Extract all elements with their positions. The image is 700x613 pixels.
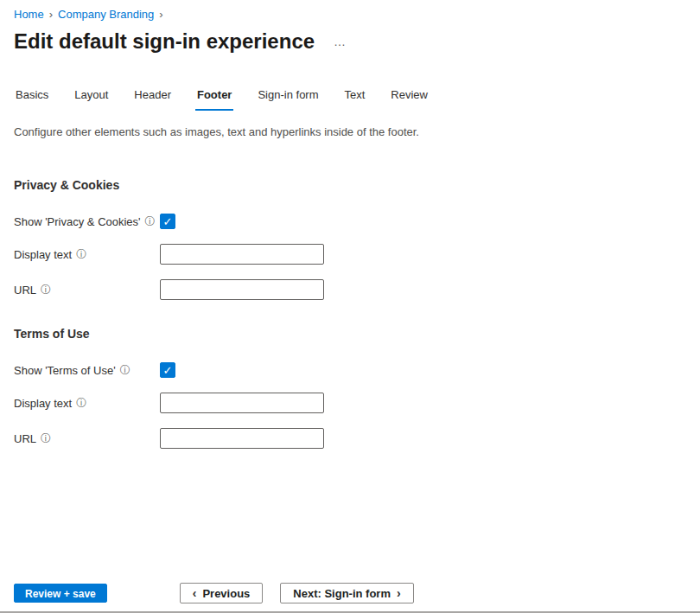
privacy-url-input[interactable] xyxy=(160,279,324,300)
tab-footer[interactable]: Footer xyxy=(195,88,233,111)
section-title-terms-of-use: Terms of Use xyxy=(14,327,686,341)
privacy-display-text-label: Display text ⓘ xyxy=(14,247,160,262)
info-icon[interactable]: ⓘ xyxy=(145,214,156,229)
title-row: Edit default sign-in experience … xyxy=(14,29,686,54)
breadcrumb-chevron-icon: › xyxy=(49,8,53,21)
label-text: Show 'Terms of Use' xyxy=(14,364,116,377)
tab-layout[interactable]: Layout xyxy=(73,88,110,111)
label-text: Display text xyxy=(14,397,72,410)
terms-url-label: URL ⓘ xyxy=(14,431,160,446)
privacy-display-text-input[interactable] xyxy=(160,244,324,265)
form-row: URL ⓘ xyxy=(14,428,686,449)
form-row: Display text ⓘ xyxy=(14,393,686,413)
previous-button[interactable]: ‹ Previous xyxy=(180,583,264,603)
label-text: Display text xyxy=(14,248,72,261)
breadcrumb-company-branding-link[interactable]: Company Branding xyxy=(58,8,154,21)
label-text: URL xyxy=(14,432,36,445)
privacy-url-label: URL ⓘ xyxy=(14,283,160,297)
info-icon[interactable]: ⓘ xyxy=(120,363,130,378)
section-title-privacy-cookies: Privacy & Cookies xyxy=(14,178,686,192)
chevron-left-icon: ‹ xyxy=(193,587,197,599)
tab-sign-in-form[interactable]: Sign-in form xyxy=(256,88,320,111)
show-privacy-cookies-checkbox[interactable]: ✓ xyxy=(160,214,175,229)
form-row: Show 'Terms of Use' ⓘ ✓ xyxy=(14,362,686,378)
terms-url-input[interactable] xyxy=(160,428,324,449)
show-terms-of-use-label: Show 'Terms of Use' ⓘ xyxy=(14,363,160,378)
review-save-button[interactable]: Review + save xyxy=(14,584,107,603)
page-title: Edit default sign-in experience xyxy=(14,29,315,54)
form-row: Display text ⓘ xyxy=(14,244,686,265)
form-row: URL ⓘ xyxy=(14,279,686,300)
info-icon[interactable]: ⓘ xyxy=(76,396,86,411)
check-icon: ✓ xyxy=(163,365,173,376)
breadcrumb-chevron-icon: › xyxy=(159,8,162,21)
page: Home › Company Branding › Edit default s… xyxy=(0,0,700,613)
info-icon[interactable]: ⓘ xyxy=(76,247,86,262)
next-button-label: Next: Sign-in form xyxy=(293,587,391,600)
check-icon: ✓ xyxy=(163,216,173,227)
show-privacy-cookies-label: Show 'Privacy & Cookies' ⓘ xyxy=(14,214,160,229)
tab-bar: Basics Layout Header Footer Sign-in form… xyxy=(14,88,686,111)
footer-command-bar: Review + save ‹ Previous Next: Sign-in f… xyxy=(14,583,686,603)
info-icon[interactable]: ⓘ xyxy=(41,431,51,446)
terms-display-text-input[interactable] xyxy=(160,393,324,413)
previous-button-label: Previous xyxy=(202,587,250,600)
breadcrumb-home-link[interactable]: Home xyxy=(14,8,44,21)
more-options-icon[interactable]: … xyxy=(334,35,347,48)
tab-basics[interactable]: Basics xyxy=(14,88,50,111)
label-text: Show 'Privacy & Cookies' xyxy=(14,215,141,228)
label-text: URL xyxy=(14,284,36,297)
form-row: Show 'Privacy & Cookies' ⓘ ✓ xyxy=(14,214,686,229)
tab-description: Configure other elements such as images,… xyxy=(14,125,686,138)
info-icon[interactable]: ⓘ xyxy=(41,283,51,297)
tab-review[interactable]: Review xyxy=(389,88,430,111)
next-button[interactable]: Next: Sign-in form › xyxy=(280,583,413,603)
show-terms-of-use-checkbox[interactable]: ✓ xyxy=(160,362,175,378)
breadcrumb: Home › Company Branding › xyxy=(14,8,686,21)
tab-text[interactable]: Text xyxy=(343,88,367,111)
chevron-right-icon: › xyxy=(397,587,401,599)
tab-header[interactable]: Header xyxy=(132,88,173,111)
terms-display-text-label: Display text ⓘ xyxy=(14,396,160,411)
